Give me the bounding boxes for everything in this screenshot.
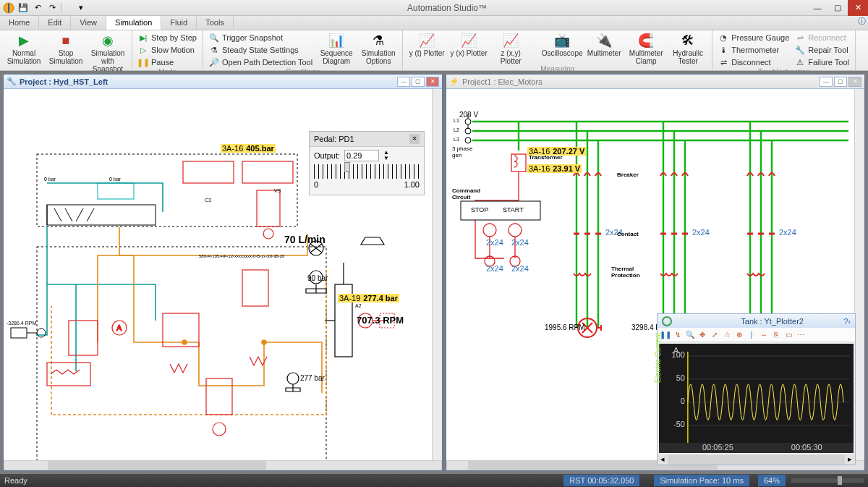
zxy-plotter-button[interactable]: 📈z (x,y) Plotter <box>491 32 530 65</box>
window-buttons: — ▢ ✕ <box>807 0 868 16</box>
qat-undo-icon[interactable]: ↶ <box>32 2 43 14</box>
contact-label: Contact <box>617 231 639 237</box>
child-max-right[interactable]: ▢ <box>834 77 847 87</box>
svg-point-36 <box>509 224 522 237</box>
plotter-title: Tank : Yt_Plotter2 <box>701 317 843 326</box>
svg-point-31 <box>465 137 471 143</box>
help-icon[interactable]: ⓘ <box>855 16 868 30</box>
pedal-output-label: Output: <box>314 151 340 160</box>
child-close-right[interactable]: ✕ <box>848 77 861 87</box>
tab-fluid[interactable]: Fluid <box>161 16 197 30</box>
qat-dropdown-icon[interactable]: ▾ <box>75 2 87 14</box>
normal-sim-button[interactable]: ▶Normal Simulation <box>4 32 43 65</box>
child-close-left[interactable]: ✕ <box>426 77 439 87</box>
tab-simulation[interactable]: Simulation <box>106 16 161 30</box>
phase3: 3 phase gen <box>452 145 481 158</box>
plotter-panel[interactable]: Tank : Yt_Plotter2 ? › ❚❚ ↯ 🔍 ✥ ⤢ ☆ ⊕ | … <box>657 313 856 465</box>
tab-home[interactable]: Home <box>0 16 39 30</box>
pedal-slider[interactable] <box>314 164 420 179</box>
svg-text:-50: -50 <box>673 420 685 428</box>
plotter-tool-10[interactable]: ▭ <box>783 329 793 339</box>
child-min-left[interactable]: — <box>397 77 410 87</box>
step-by-step-button[interactable]: ▶|Step by Step <box>137 32 198 43</box>
gauge-tag-r1: 3A-16 207.27 V <box>527 147 586 156</box>
child-titlebar-right[interactable]: ⚡ Project1 : Elec_Motors — ▢ ✕ <box>446 75 864 89</box>
reconnect-button[interactable]: ⇌Reconnect <box>793 32 851 43</box>
pedal-close-icon[interactable]: × <box>409 134 420 144</box>
plotter-tool-6[interactable]: ⊕ <box>734 329 744 339</box>
child-icon-r: ⚡ <box>449 77 459 87</box>
thermometer-button[interactable]: 🌡Thermometer <box>717 44 791 56</box>
repair-tool-button[interactable]: 🔧Repair Tool <box>793 44 851 56</box>
pause-button[interactable]: ❚❚Pause <box>137 56 198 68</box>
flow-label: 70 L/min <box>284 234 326 245</box>
plotter-tool-4[interactable]: ⤢ <box>710 329 720 339</box>
pedal-stepper[interactable]: ▲▼ <box>383 150 389 161</box>
minimize-button[interactable]: — <box>807 0 827 16</box>
oscilloscope-button[interactable]: 📺Oscilloscope <box>542 32 582 57</box>
rpm-label: 707.3 RPM <box>357 315 404 326</box>
ribbon: ▶Normal Simulation ■Stop Simulation ◉Sim… <box>0 30 868 71</box>
plotter-hscroll[interactable]: ◂ ▸ <box>658 454 855 465</box>
plotter-tool-2[interactable]: 🔍 <box>685 329 695 339</box>
yt-plotter-button[interactable]: 📈y (t) Plotter <box>407 32 446 57</box>
breaker-label: Breaker <box>617 171 639 178</box>
tab-tools[interactable]: Tools <box>197 16 234 30</box>
trigger-snapshot-button[interactable]: 🔍Trigger Snapshot <box>208 32 314 43</box>
vscroll-right[interactable] <box>854 89 864 460</box>
yx-plotter-button[interactable]: 📈y (x) Plotter <box>449 32 488 57</box>
svg-rect-18 <box>242 270 268 306</box>
zoom-slider[interactable] <box>791 478 864 483</box>
maximize-button[interactable]: ▢ <box>827 0 848 16</box>
hydraulic-diagram[interactable]: A <box>4 89 442 460</box>
plot-area[interactable]: 100500-50-100 A Electric Current 00:05:2… <box>659 344 854 453</box>
multimeter-button[interactable]: 🔌Multimeter <box>584 32 624 57</box>
stop-sim-button[interactable]: ■Stop Simulation <box>46 32 85 65</box>
plotter-tool-5[interactable]: ☆ <box>722 329 732 339</box>
pressure-gauge-button[interactable]: ◔Pressure Gauge <box>717 32 791 43</box>
pedal-output-input[interactable] <box>344 150 379 161</box>
plotter-tool-7[interactable]: | <box>746 329 757 339</box>
vscroll-left[interactable] <box>432 89 442 460</box>
tab-view[interactable]: View <box>71 16 106 30</box>
plotter-tool-3[interactable]: ✥ <box>697 329 707 339</box>
plotter-power-icon[interactable] <box>662 316 672 326</box>
sim-options-button[interactable]: ⚗Simulation Options <box>359 32 398 65</box>
svg-rect-8 <box>47 205 156 225</box>
failure-tool-button[interactable]: ⚠Failure Tool <box>793 56 851 68</box>
sequence-diagram-button[interactable]: 📊Sequence Diagram <box>317 32 356 65</box>
plotter-tool-1[interactable]: ↯ <box>673 329 683 339</box>
plotter-pause-icon[interactable]: ❚❚ <box>660 329 671 339</box>
qat-sep <box>61 3 72 13</box>
svg-text:A: A <box>116 323 122 332</box>
pedal-panel[interactable]: Pedal: PD1× Output: ▲▼ 01.00 <box>309 131 425 195</box>
status-bar: Ready RST 00:05:32.050 Simulation Pace: … <box>0 474 868 487</box>
disconnect-button[interactable]: ⇌Disconnect <box>717 56 791 68</box>
steady-state-button[interactable]: ⚗Steady State Settings <box>208 44 314 56</box>
close-button[interactable]: ✕ <box>848 0 868 16</box>
child-titlebar-left[interactable]: 🔧 Project : Hyd_HST_Left — ▢ ✕ <box>4 75 442 89</box>
plotter-tool-9[interactable]: ⎘ <box>771 329 781 339</box>
app-title: Automation Studio™ <box>87 3 807 13</box>
slow-motion-button[interactable]: ▷Slow Motion <box>137 44 198 56</box>
open-path-button[interactable]: 🔎Open Path Detection Tool <box>208 56 314 68</box>
command-circuit-label: Command Circuit <box>452 187 491 200</box>
plotter-expand-icon[interactable]: › <box>848 317 851 326</box>
svg-text:2x24: 2x24 <box>511 264 529 273</box>
tab-edit[interactable]: Edit <box>39 16 71 30</box>
label-a2: A2 <box>355 303 362 308</box>
qat-save-icon[interactable]: 💾 <box>17 2 29 14</box>
multimeter-clamp-button[interactable]: 🧲Multimeter Clamp <box>626 32 665 65</box>
hydraulic-tester-button[interactable]: 🛠Hydraulic Tester <box>668 32 707 65</box>
qat-redo-icon[interactable]: ↷ <box>46 2 58 14</box>
status-pace: Simulation Pace: 10 ms <box>654 475 749 486</box>
hscroll-left[interactable] <box>4 460 442 470</box>
start-label: START <box>503 206 524 213</box>
plotter-tool-11[interactable]: ⋯ <box>796 329 806 339</box>
sim-snapshot-button[interactable]: ◉Simulation with Snapshot <box>88 32 127 73</box>
xtick-0: 00:05:25 <box>702 443 733 453</box>
plotter-tool-8[interactable]: ↔ <box>759 329 769 339</box>
pedal-min: 0 <box>314 180 318 189</box>
child-min-right[interactable]: — <box>820 77 833 87</box>
child-max-left[interactable]: ▢ <box>412 77 425 87</box>
